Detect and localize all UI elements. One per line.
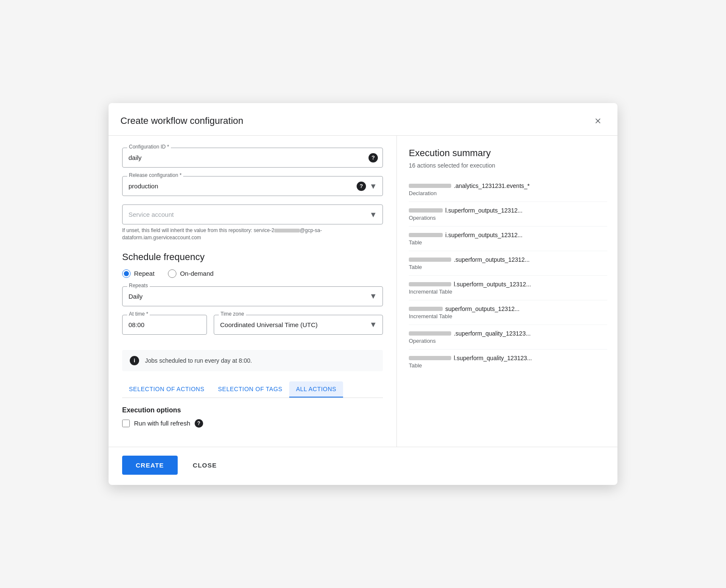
repeat-radio-text: Repeat: [134, 270, 154, 277]
dialog-body: Configuration ID ? Release configuration…: [109, 136, 617, 447]
timezone-label: Time zone: [219, 311, 246, 317]
timezone-field: Time zone Coordinated Universal Time (UT…: [214, 315, 383, 335]
close-button[interactable]: CLOSE: [184, 456, 226, 475]
service-account-select[interactable]: Service account: [122, 204, 383, 224]
info-text: Jobs scheduled to run every day at 8:00.: [145, 357, 252, 364]
repeats-label: Repeats: [127, 283, 150, 288]
tab-all-actions[interactable]: ALL ACTIONS: [289, 381, 343, 398]
create-workflow-dialog: Create workflow configuration Configurat…: [109, 103, 617, 485]
config-id-input[interactable]: [122, 148, 383, 168]
release-config-label: Release configuration: [127, 172, 183, 178]
dialog-close-button[interactable]: [590, 113, 606, 129]
list-item: l.superform_outputs_12312... Incremental…: [409, 276, 607, 300]
exec-item-type-1: Declaration: [409, 190, 607, 196]
list-item: superform_outputs_12312... Incremental T…: [409, 300, 607, 325]
run-with-full-refresh-help-icon[interactable]: ?: [195, 419, 203, 428]
dialog-header: Create workflow configuration: [109, 103, 617, 136]
at-time-input[interactable]: [122, 315, 207, 335]
exec-item-redacted-3: [409, 233, 443, 237]
release-config-select-wrapper: production staging development ? ▼: [122, 176, 383, 196]
exec-item-redacted-6: [409, 307, 443, 311]
at-time-label: At time: [127, 311, 150, 317]
exec-item-type-7: Operations: [409, 338, 607, 344]
execution-list: .analytics_1231231.events_* Declaration …: [409, 177, 607, 374]
at-time-field: At time: [122, 315, 207, 335]
left-panel: Configuration ID ? Release configuration…: [109, 136, 397, 447]
list-item: i.superform_outputs_12312... Table: [409, 227, 607, 251]
service-account-hint: If unset, this field will inherit the va…: [122, 227, 383, 241]
exec-item-type-2: Operations: [409, 215, 607, 221]
dialog-title: Create workflow configuration: [120, 115, 243, 126]
tab-selection-of-tags[interactable]: SELECTION OF TAGS: [211, 381, 289, 398]
list-item: .superform_outputs_12312... Table: [409, 251, 607, 276]
config-id-label: Configuration ID: [127, 144, 171, 150]
exec-item-redacted-4: [409, 258, 451, 262]
exec-item-name-2: l.superform_outputs_12312...: [409, 207, 607, 214]
exec-item-name-3: i.superform_outputs_12312...: [409, 232, 607, 238]
right-panel: Execution summary 16 actions selected fo…: [397, 136, 617, 447]
on-demand-radio-label[interactable]: On-demand: [168, 269, 213, 278]
exec-item-redacted-2: [409, 208, 443, 213]
release-config-select[interactable]: production staging development: [122, 176, 383, 196]
service-account-field: Service account ▼ If unset, this field w…: [122, 204, 383, 241]
exec-item-name-8: l.superform_quality_123123...: [409, 355, 607, 361]
exec-item-redacted-5: [409, 282, 451, 286]
execution-count: 16 actions selected for execution: [409, 162, 607, 169]
exec-item-type-6: Incremental Table: [409, 313, 607, 319]
exec-item-name-4: .superform_outputs_12312...: [409, 256, 607, 263]
config-id-field: Configuration ID ?: [122, 148, 383, 168]
exec-item-name-1: .analytics_1231231.events_*: [409, 182, 607, 189]
exec-item-type-3: Table: [409, 239, 607, 246]
on-demand-radio-text: On-demand: [180, 270, 213, 277]
run-with-full-refresh-text: Run with full refresh: [134, 420, 190, 427]
exec-item-redacted-1: [409, 184, 451, 188]
list-item: l.superform_quality_123123... Table: [409, 350, 607, 374]
time-row: At time Time zone Coordinated Universal …: [122, 315, 383, 343]
repeats-select[interactable]: Daily Weekly Monthly Custom: [122, 286, 383, 306]
run-with-full-refresh-label[interactable]: Run with full refresh ?: [122, 419, 383, 428]
exec-item-redacted-8: [409, 356, 451, 360]
run-with-full-refresh-checkbox[interactable]: [122, 420, 130, 427]
list-item: .superform_quality_123123... Operations: [409, 325, 607, 350]
exec-item-type-8: Table: [409, 362, 607, 369]
config-id-help-icon[interactable]: ?: [369, 153, 378, 162]
tabs-row: SELECTION OF ACTIONS SELECTION OF TAGS A…: [122, 381, 383, 398]
list-item: .analytics_1231231.events_* Declaration: [409, 177, 607, 202]
repeats-field: Repeats Daily Weekly Monthly Custom ▼: [122, 286, 383, 306]
exec-item-name-6: superform_outputs_12312...: [409, 305, 607, 312]
on-demand-radio-input[interactable]: [168, 269, 176, 278]
config-id-input-wrapper: ?: [122, 148, 383, 168]
execution-summary-title: Execution summary: [409, 148, 607, 159]
exec-item-name-5: l.superform_outputs_12312...: [409, 281, 607, 288]
info-icon: i: [130, 356, 139, 365]
release-config-help-icon[interactable]: ?: [357, 182, 366, 191]
schedule-info-box: i Jobs scheduled to run every day at 8:0…: [122, 350, 383, 371]
repeats-select-wrapper: Daily Weekly Monthly Custom ▼: [122, 286, 383, 306]
timezone-select-wrapper: Coordinated Universal Time (UTC) America…: [214, 315, 383, 335]
exec-item-name-7: .superform_quality_123123...: [409, 330, 607, 337]
dialog-footer: CREATE CLOSE: [109, 447, 617, 485]
exec-item-type-4: Table: [409, 264, 607, 270]
schedule-radio-group: Repeat On-demand: [122, 269, 383, 278]
exec-item-redacted-7: [409, 331, 451, 336]
service-account-wrapper: Service account ▼: [122, 204, 383, 224]
create-button[interactable]: CREATE: [122, 456, 178, 475]
schedule-section-title: Schedule frequency: [122, 252, 383, 263]
repeat-radio-label[interactable]: Repeat: [122, 269, 154, 278]
execution-options-title: Execution options: [122, 406, 383, 414]
timezone-select[interactable]: Coordinated Universal Time (UTC) America…: [214, 315, 383, 335]
list-item: l.superform_outputs_12312... Operations: [409, 202, 607, 227]
exec-item-type-5: Incremental Table: [409, 288, 607, 295]
tab-selection-of-actions[interactable]: SELECTION OF ACTIONS: [122, 381, 211, 398]
release-config-field: Release configuration production staging…: [122, 176, 383, 196]
repeat-radio-input[interactable]: [122, 269, 131, 278]
